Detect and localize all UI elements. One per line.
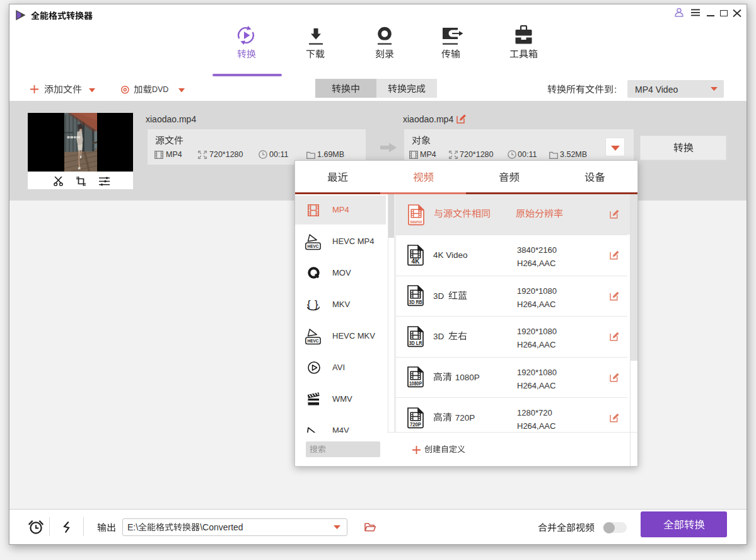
svg-text:3D LR: 3D LR bbox=[409, 340, 422, 346]
svg-text:3D RB: 3D RB bbox=[409, 299, 422, 305]
svg-text:4K: 4K bbox=[412, 258, 421, 265]
svg-text:1080P: 1080P bbox=[409, 380, 422, 387]
svg-text:HEVC: HEVC bbox=[308, 244, 319, 248]
svg-text:HEVC: HEVC bbox=[308, 339, 319, 343]
svg-text:720P: 720P bbox=[410, 421, 421, 428]
svg-text:source: source bbox=[410, 219, 422, 225]
svg-text:}: } bbox=[315, 298, 318, 310]
